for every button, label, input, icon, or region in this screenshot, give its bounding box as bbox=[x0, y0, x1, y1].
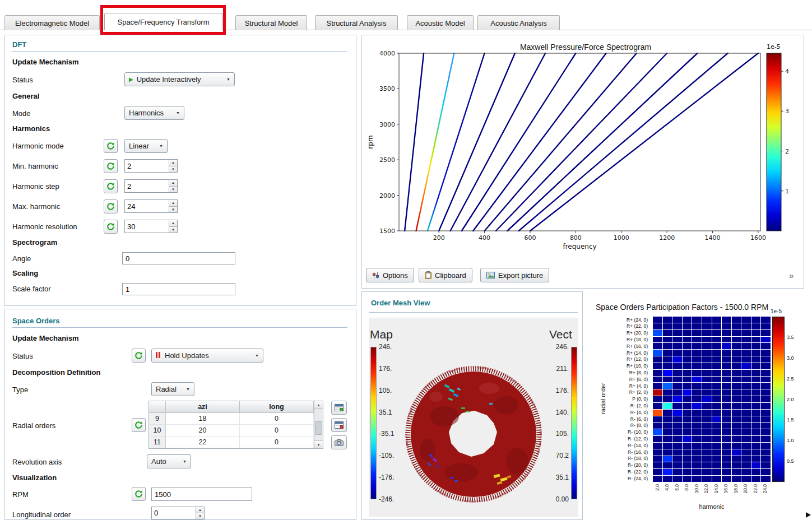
tab-structural-analysis[interactable]: Structural Analysis bbox=[315, 15, 398, 30]
heatmap-cell bbox=[663, 330, 672, 336]
max-harmonic-refresh-button[interactable] bbox=[104, 199, 118, 213]
heatmap-cell bbox=[732, 456, 741, 462]
order-line-h10 bbox=[451, 53, 546, 231]
heatmap-cell bbox=[653, 350, 662, 356]
spin-up-button[interactable]: ▲ bbox=[169, 160, 177, 166]
type-dropdown[interactable]: Radial ▼ bbox=[151, 382, 194, 396]
heatmap-cell bbox=[692, 363, 702, 369]
corner-expand-icon[interactable] bbox=[806, 512, 811, 518]
table-cell-long[interactable]: 0 bbox=[240, 413, 314, 425]
scroll-down-button[interactable]: ▼ bbox=[314, 440, 323, 448]
angle-input[interactable] bbox=[123, 253, 235, 264]
svg-text:2500: 2500 bbox=[379, 156, 395, 164]
heatmap-cell bbox=[712, 429, 722, 435]
heatmap-cell bbox=[692, 410, 702, 416]
heatmap-cell bbox=[663, 377, 672, 383]
heatmap-cell bbox=[672, 350, 682, 356]
spin-down-button[interactable]: ▼ bbox=[169, 186, 177, 193]
table-cell-azi[interactable]: 22 bbox=[166, 437, 240, 448]
heatmap-cell bbox=[751, 462, 761, 468]
heatmap-cell bbox=[663, 449, 672, 456]
so-status-refresh-button[interactable] bbox=[132, 349, 146, 363]
spin-up-button[interactable]: ▲ bbox=[169, 200, 177, 206]
heatmap-row-label: R- (14, 0) bbox=[586, 442, 651, 449]
table-scrollbar[interactable]: ▲ ▼ bbox=[314, 401, 323, 448]
snapshot-button[interactable] bbox=[331, 435, 347, 449]
heatmap-colorbar bbox=[772, 317, 785, 482]
radial-orders-grid: azi long 9 18 0 10 20 0 11 22 0 bbox=[149, 401, 314, 448]
vect-colorbar-ticks: 246.211.176.140.105.70.235.10.00 bbox=[539, 343, 569, 503]
table-cell-long[interactable]: 0 bbox=[240, 437, 314, 448]
colorbar-tick-label: 1.5 bbox=[787, 417, 794, 422]
max-harmonic-label: Max. harmonic bbox=[12, 202, 60, 211]
harmonic-mode-refresh-button[interactable] bbox=[104, 139, 118, 153]
heatmap-cell bbox=[761, 436, 771, 442]
table-cell-azi[interactable]: 18 bbox=[166, 413, 240, 425]
more-options-button[interactable]: » bbox=[789, 271, 794, 280]
spin-down-button[interactable]: ▼ bbox=[196, 513, 204, 519]
revolution-axis-dropdown[interactable]: Auto ▼ bbox=[147, 454, 191, 468]
tab-space-frequency-transform[interactable]: Space/Frequency Transform bbox=[104, 13, 222, 30]
min-harmonic-input[interactable] bbox=[125, 160, 169, 172]
table-row-index[interactable]: 10 bbox=[149, 425, 166, 437]
scale-factor-input[interactable] bbox=[123, 284, 235, 295]
heatmap-cell bbox=[692, 377, 702, 383]
clipboard-button[interactable]: Clipboard bbox=[419, 268, 472, 282]
harmonic-step-label: Harmonic step bbox=[12, 182, 59, 191]
spin-down-button[interactable]: ▼ bbox=[169, 166, 177, 173]
heatmap-cell bbox=[751, 403, 761, 409]
tab-acoustic-analysis[interactable]: Acoustic Analysis bbox=[477, 15, 560, 30]
max-harmonic-input[interactable] bbox=[125, 200, 169, 212]
heatmap-row-label: R+ (20, 0) bbox=[586, 330, 651, 337]
table-export-button[interactable] bbox=[331, 401, 347, 415]
revolution-axis-value: Auto bbox=[151, 457, 166, 466]
spin-up-button[interactable]: ▲ bbox=[169, 220, 177, 226]
mode-dropdown[interactable]: Harmonics ▼ bbox=[124, 106, 184, 120]
scroll-thumb[interactable] bbox=[315, 421, 322, 435]
mesh-3d-viewport[interactable]: Map Vect 246.176.105.35.1-35.1-105.-176.… bbox=[369, 318, 578, 517]
scroll-up-button[interactable]: ▲ bbox=[314, 401, 323, 409]
export-picture-button[interactable]: Export picture bbox=[480, 268, 549, 282]
heatmap-cell bbox=[692, 403, 702, 409]
table-row-index[interactable]: 9 bbox=[149, 413, 166, 425]
spin-up-button[interactable]: ▲ bbox=[169, 180, 177, 186]
longitudinal-order-input[interactable] bbox=[152, 507, 196, 519]
harmonic-step-refresh-button[interactable] bbox=[104, 179, 118, 193]
so-status-dropdown[interactable]: Hold Updates ▼ bbox=[151, 349, 263, 363]
heatmap-cell bbox=[683, 363, 692, 369]
radial-orders-table: azi long 9 18 0 10 20 0 11 22 0 ▲ ▼ bbox=[149, 401, 323, 449]
heatmap-row-labels: R+ (24, 0)R+ (22, 0)R+ (20, 0)R+ (18, 0)… bbox=[586, 317, 651, 482]
table-plot-button[interactable] bbox=[331, 418, 347, 432]
heatmap-cell bbox=[732, 469, 741, 475]
harmonic-step-input[interactable] bbox=[125, 180, 169, 192]
table-cell-long[interactable]: 0 bbox=[240, 425, 314, 437]
rpm-input[interactable] bbox=[152, 488, 252, 500]
visualization-heading: Visualization bbox=[12, 473, 57, 482]
tab-acoustic-model[interactable]: Acoustic Model bbox=[407, 15, 474, 30]
harmonic-mode-dropdown[interactable]: Linear ▼ bbox=[124, 139, 168, 153]
table-cell-azi[interactable]: 20 bbox=[166, 425, 240, 437]
spin-down-button[interactable]: ▼ bbox=[169, 226, 177, 233]
tab-structural-model[interactable]: Structural Model bbox=[235, 15, 307, 30]
harmonic-resolution-input[interactable] bbox=[125, 220, 169, 233]
min-harmonic-refresh-button[interactable] bbox=[104, 159, 118, 173]
status-dropdown[interactable]: ▶ Update Interactively ▼ bbox=[124, 72, 235, 86]
heatmap-row-label: R- (22, 0) bbox=[586, 468, 651, 475]
radial-orders-refresh-button[interactable] bbox=[132, 418, 146, 432]
rpm-refresh-button[interactable] bbox=[132, 487, 146, 501]
heatmap-cell bbox=[751, 429, 761, 435]
refresh-icon bbox=[106, 142, 115, 150]
heatmap-cell bbox=[672, 449, 682, 456]
options-button[interactable]: Options bbox=[366, 268, 414, 282]
heatmap-cell bbox=[663, 410, 672, 416]
heatmap-cell bbox=[722, 377, 731, 383]
spin-up-button[interactable]: ▲ bbox=[196, 507, 204, 513]
table-row-index[interactable]: 11 bbox=[149, 437, 166, 448]
heatmap-cell bbox=[672, 323, 682, 329]
heatmap-cell bbox=[702, 449, 712, 456]
harmonic-resolution-refresh-button[interactable] bbox=[104, 220, 118, 234]
spin-down-button[interactable]: ▼ bbox=[169, 206, 177, 213]
heatmap-cell bbox=[672, 422, 682, 429]
tab-electromagnetic-model[interactable]: Electromagnetic Model bbox=[4, 15, 100, 30]
heatmap-cell bbox=[712, 456, 722, 462]
